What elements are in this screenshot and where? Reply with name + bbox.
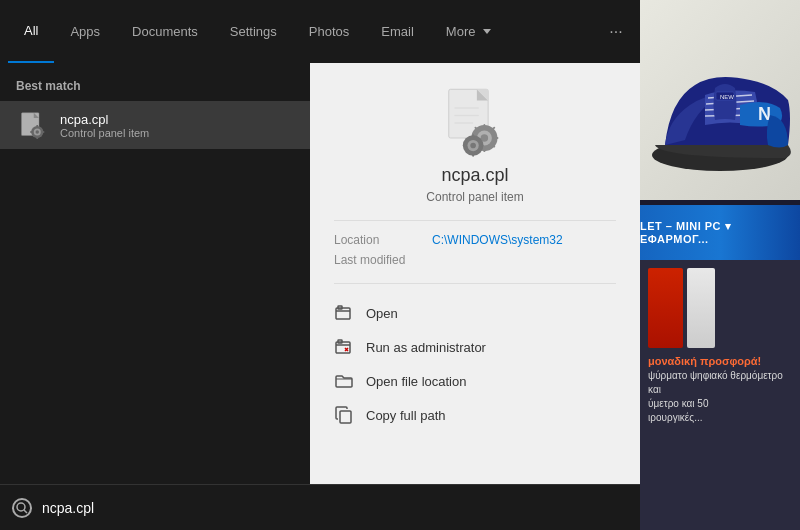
svg-rect-26 xyxy=(483,124,485,129)
action-open[interactable]: Open xyxy=(334,296,616,330)
sneaker-svg: N NEW xyxy=(640,0,800,200)
meta-location-label: Location xyxy=(334,233,424,247)
action-open-label: Open xyxy=(366,306,398,321)
meta-modified-row: Last modified xyxy=(334,253,616,267)
svg-rect-40 xyxy=(480,145,484,147)
tab-all[interactable]: All xyxy=(8,0,54,63)
svg-point-46 xyxy=(17,503,25,511)
detail-filetype: Control panel item xyxy=(426,190,523,204)
open-icon xyxy=(334,303,354,323)
cpl-file-icon xyxy=(18,111,46,139)
ad-product-1 xyxy=(648,268,683,348)
detail-icon-svg xyxy=(445,87,505,159)
actions-divider xyxy=(334,283,616,284)
ad-promo-text: μοναδική προσφορά! ψύρματο ψηφιακό θερμό… xyxy=(648,354,792,425)
svg-rect-38 xyxy=(472,153,474,157)
copy-icon xyxy=(334,405,354,425)
search-panel: All Apps Documents Settings Photos Email… xyxy=(0,0,640,530)
svg-rect-29 xyxy=(494,137,499,139)
tab-settings[interactable]: Settings xyxy=(214,0,293,63)
search-bar xyxy=(0,484,640,530)
detail-panel: ncpa.cpl Control panel item Location C:\… xyxy=(310,63,640,484)
tab-apps[interactable]: Apps xyxy=(54,0,116,63)
tab-email[interactable]: Email xyxy=(365,0,430,63)
svg-rect-45 xyxy=(340,411,351,423)
meta-location-value[interactable]: C:\WINDOWS\system32 xyxy=(432,233,563,247)
sneaker-placeholder: N NEW xyxy=(640,0,800,200)
tab-documents[interactable]: Documents xyxy=(116,0,214,63)
more-chevron-icon xyxy=(483,29,491,34)
result-name: ncpa.cpl xyxy=(60,112,149,127)
svg-rect-27 xyxy=(483,147,485,152)
section-label: Best match xyxy=(0,75,310,101)
folder-icon xyxy=(334,371,354,391)
tab-more[interactable]: More xyxy=(430,0,508,63)
result-type: Control panel item xyxy=(60,127,149,139)
ad-products xyxy=(648,268,792,348)
result-item-ncpa[interactable]: ncpa.cpl Control panel item xyxy=(0,101,310,149)
svg-rect-37 xyxy=(472,134,474,138)
result-icon xyxy=(16,109,48,141)
detail-file-icon xyxy=(445,93,505,153)
svg-rect-13 xyxy=(36,125,38,128)
svg-rect-16 xyxy=(42,131,45,133)
svg-line-47 xyxy=(24,510,27,513)
search-input[interactable] xyxy=(42,500,628,516)
nav-options-button[interactable]: ··· xyxy=(600,16,632,48)
meta-modified-label: Last modified xyxy=(334,253,424,267)
nav-bar: All Apps Documents Settings Photos Email… xyxy=(0,0,640,63)
svg-rect-39 xyxy=(463,145,467,147)
tab-photos[interactable]: Photos xyxy=(293,0,365,63)
results-panel: Best match xyxy=(0,63,310,484)
result-text: ncpa.cpl Control panel item xyxy=(60,112,149,139)
ad-product-2 xyxy=(687,268,715,348)
svg-point-36 xyxy=(470,143,476,149)
ad-area: μοναδική προσφορά! ψύρματο ψηφιακό θερμό… xyxy=(640,260,800,530)
action-copy-path[interactable]: Copy full path xyxy=(334,398,616,432)
svg-text:NEW: NEW xyxy=(720,94,734,100)
action-run-admin[interactable]: Run as administrator xyxy=(334,330,616,364)
content-area: Best match xyxy=(0,63,640,484)
detail-divider-top xyxy=(334,220,616,221)
detail-icon-area xyxy=(445,93,505,153)
action-copy-path-label: Copy full path xyxy=(366,408,446,423)
detail-filename: ncpa.cpl xyxy=(441,165,508,186)
detail-meta: Location C:\WINDOWS\system32 Last modifi… xyxy=(334,233,616,267)
meta-location-row: Location C:\WINDOWS\system32 xyxy=(334,233,616,247)
action-open-location-label: Open file location xyxy=(366,374,466,389)
run-admin-icon xyxy=(334,337,354,357)
search-icon xyxy=(12,498,32,518)
blue-bar-text: LET – MINI PC ▾ ΕΦΑΡΜΟΓ... xyxy=(640,220,800,245)
svg-point-12 xyxy=(36,130,40,134)
action-open-location[interactable]: Open file location xyxy=(334,364,616,398)
sneaker-image-area: N NEW xyxy=(640,0,800,200)
ad-content: μοναδική προσφορά! ψύρματο ψηφιακό θερμό… xyxy=(640,260,800,433)
blue-bar-promo: LET – MINI PC ▾ ΕΦΑΡΜΟΓ... xyxy=(640,205,800,260)
action-run-admin-label: Run as administrator xyxy=(366,340,486,355)
svg-rect-14 xyxy=(36,136,38,139)
svg-rect-15 xyxy=(30,131,33,133)
